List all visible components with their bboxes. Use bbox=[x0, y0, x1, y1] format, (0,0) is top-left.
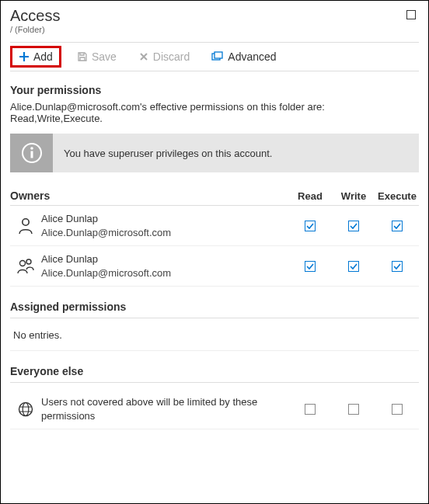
save-button[interactable]: Save bbox=[71, 48, 123, 65]
svg-rect-1 bbox=[214, 52, 222, 58]
discard-button-label: Discard bbox=[153, 50, 190, 63]
your-permissions-summary: Alice.Dunlap@microsoft.com's effective p… bbox=[10, 101, 419, 124]
col-read: Read bbox=[288, 190, 332, 202]
everyone-row: Users not covered above will be limited … bbox=[10, 389, 419, 429]
globe-icon bbox=[10, 401, 41, 417]
read-checkbox[interactable] bbox=[305, 404, 316, 415]
save-icon bbox=[77, 51, 88, 62]
owner-email: Alice.Dunlap@microsoft.com bbox=[41, 226, 288, 240]
assigned-permissions-heading: Assigned permissions bbox=[10, 301, 419, 318]
everyone-else-heading: Everyone else bbox=[10, 365, 419, 383]
add-button[interactable]: Add bbox=[10, 46, 61, 68]
col-write: Write bbox=[332, 190, 375, 202]
owner-name: Alice Dunlap bbox=[41, 252, 288, 266]
write-checkbox[interactable] bbox=[348, 221, 359, 231]
write-checkbox[interactable] bbox=[348, 404, 359, 415]
read-checkbox[interactable] bbox=[305, 261, 316, 272]
svg-point-5 bbox=[23, 218, 29, 224]
plus-icon bbox=[19, 51, 30, 62]
svg-point-6 bbox=[20, 260, 26, 266]
execute-checkbox[interactable] bbox=[392, 221, 403, 231]
group-icon bbox=[10, 258, 41, 275]
assigned-empty-text: No entries. bbox=[10, 325, 419, 351]
owner-email: Alice.Dunlap@microsoft.com bbox=[41, 266, 288, 280]
svg-point-3 bbox=[30, 147, 33, 150]
svg-rect-4 bbox=[30, 151, 33, 158]
owner-name: Alice Dunlap bbox=[41, 212, 288, 226]
info-icon bbox=[10, 134, 53, 172]
owner-row: Alice Dunlap Alice.Dunlap@microsoft.com bbox=[10, 246, 419, 287]
write-checkbox[interactable] bbox=[348, 261, 359, 272]
save-button-label: Save bbox=[92, 50, 117, 63]
read-checkbox[interactable] bbox=[305, 221, 316, 231]
advanced-button[interactable]: Advanced bbox=[205, 48, 282, 65]
advanced-icon bbox=[211, 51, 224, 62]
discard-button[interactable]: Discard bbox=[132, 48, 196, 65]
everyone-desc: Users not covered above will be limited … bbox=[41, 395, 288, 422]
add-button-label: Add bbox=[33, 50, 53, 63]
your-permissions-heading: Your permissions bbox=[10, 84, 419, 96]
breadcrumb: / (Folder) bbox=[10, 25, 60, 34]
window-option-box[interactable] bbox=[406, 10, 416, 19]
svg-point-7 bbox=[26, 259, 31, 264]
info-banner: You have superuser privileges on this ac… bbox=[10, 134, 419, 172]
advanced-button-label: Advanced bbox=[228, 50, 276, 63]
execute-checkbox[interactable] bbox=[392, 261, 403, 272]
col-execute: Execute bbox=[375, 190, 419, 202]
info-banner-text: You have superuser privileges on this ac… bbox=[53, 148, 272, 159]
discard-icon bbox=[138, 51, 149, 62]
owner-row: Alice Dunlap Alice.Dunlap@microsoft.com bbox=[10, 206, 419, 246]
toolbar: Add Save Discard Advanced bbox=[10, 42, 419, 71]
svg-point-9 bbox=[23, 402, 29, 415]
owners-heading: Owners bbox=[10, 189, 288, 202]
execute-checkbox[interactable] bbox=[392, 404, 403, 415]
svg-point-8 bbox=[19, 402, 33, 415]
user-icon bbox=[10, 217, 41, 235]
page-title: Access bbox=[10, 7, 60, 25]
